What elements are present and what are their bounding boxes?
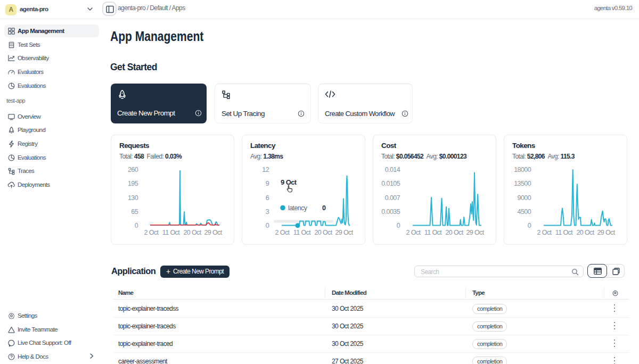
svg-text:18000: 18000 bbox=[514, 166, 531, 173]
svg-text:20 Oct: 20 Oct bbox=[183, 229, 201, 236]
svg-text:130: 130 bbox=[128, 194, 138, 202]
svg-text:0.0105: 0.0105 bbox=[381, 180, 400, 187]
svg-text:0: 0 bbox=[135, 222, 138, 229]
svg-text:11 Oct: 11 Oct bbox=[555, 229, 573, 236]
svg-text:9: 9 bbox=[266, 180, 269, 187]
svg-text:4500: 4500 bbox=[518, 208, 531, 216]
svg-text:latency: latency bbox=[288, 204, 308, 212]
svg-text:11 Oct: 11 Oct bbox=[293, 229, 311, 236]
svg-text:20 Oct: 20 Oct bbox=[314, 229, 332, 236]
svg-text:9000: 9000 bbox=[518, 194, 531, 202]
svg-text:260: 260 bbox=[128, 166, 138, 173]
svg-text:20 Oct: 20 Oct bbox=[576, 229, 594, 236]
svg-text:0.007: 0.007 bbox=[385, 194, 400, 202]
svg-text:0.0035: 0.0035 bbox=[381, 208, 400, 216]
svg-text:20 Oct: 20 Oct bbox=[445, 229, 463, 236]
svg-text:0: 0 bbox=[397, 222, 400, 229]
svg-text:13500: 13500 bbox=[514, 180, 531, 187]
svg-text:29 Oct: 29 Oct bbox=[466, 229, 484, 236]
svg-text:11 Oct: 11 Oct bbox=[424, 229, 442, 236]
svg-text:6: 6 bbox=[266, 194, 269, 202]
svg-text:0: 0 bbox=[528, 222, 531, 229]
svg-text:2 Oct: 2 Oct bbox=[144, 229, 159, 236]
svg-text:65: 65 bbox=[131, 208, 138, 216]
svg-text:29 Oct: 29 Oct bbox=[335, 229, 353, 236]
svg-text:2 Oct: 2 Oct bbox=[275, 229, 290, 236]
svg-text:2 Oct: 2 Oct bbox=[537, 229, 552, 236]
svg-text:195: 195 bbox=[128, 180, 138, 187]
svg-text:2 Oct: 2 Oct bbox=[406, 229, 421, 236]
svg-text:11 Oct: 11 Oct bbox=[162, 229, 180, 236]
svg-text:3: 3 bbox=[266, 208, 269, 216]
svg-text:12: 12 bbox=[262, 166, 269, 173]
svg-text:0: 0 bbox=[266, 222, 269, 229]
svg-text:29 Oct: 29 Oct bbox=[204, 229, 222, 236]
svg-text:29 Oct: 29 Oct bbox=[597, 229, 615, 236]
svg-text:0.014: 0.014 bbox=[385, 166, 400, 173]
svg-text:0: 0 bbox=[322, 204, 326, 212]
